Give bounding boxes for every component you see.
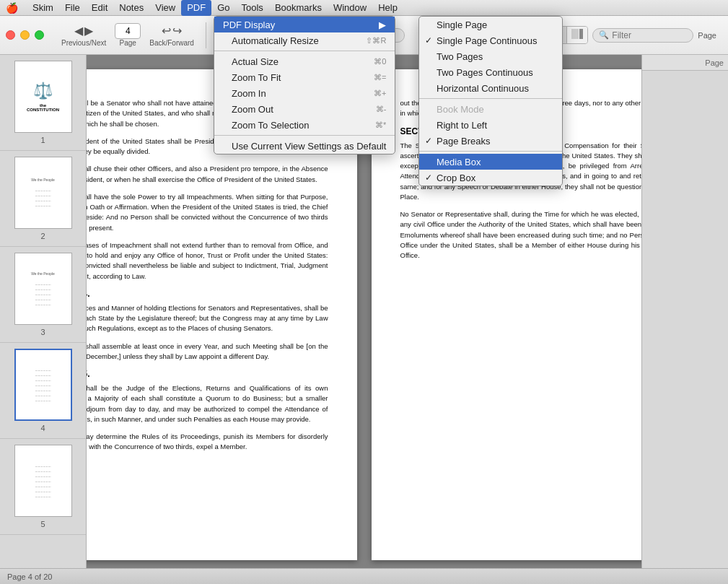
single-page-continuous-label: Single Page Continuous bbox=[437, 35, 538, 46]
thumb-image-1: ⚖️ theCONSTITUTION bbox=[14, 61, 72, 133]
book-mode-label: Book Mode bbox=[437, 104, 484, 115]
use-current-view-item[interactable]: Use Current View Settings as Default bbox=[214, 138, 395, 154]
right-to-left-label: Right to Left bbox=[437, 120, 487, 131]
pdf-display-label: PDF Display bbox=[223, 19, 275, 30]
pdf-right-para-3: No Senator or Representative shall, duri… bbox=[400, 209, 642, 261]
thumb-num-3: 3 bbox=[40, 328, 45, 336]
thumb-seal-1: ⚖️ bbox=[27, 82, 59, 100]
filter-icon: 🔍 bbox=[599, 30, 609, 40]
back-forward-button[interactable]: ↩ ↪ Back/Forward bbox=[144, 21, 200, 50]
right-panel-label: Page bbox=[705, 58, 724, 67]
page-col-label: Page bbox=[698, 31, 716, 40]
zoom-in-shortcut: ⌘+ bbox=[374, 89, 386, 98]
menubar-file[interactable]: File bbox=[59, 0, 86, 16]
thumb-num-1: 1 bbox=[40, 136, 45, 144]
two-pages-continuous-item[interactable]: Two Pages Continuous bbox=[419, 64, 562, 80]
prev-next-label: Previous/Next bbox=[61, 39, 106, 47]
menubar-go[interactable]: Go bbox=[211, 0, 235, 16]
page-breaks-label: Page Breaks bbox=[437, 136, 490, 147]
sidebar-thumb-4[interactable]: ................ ................ ......… bbox=[0, 343, 86, 439]
thumb-content-3: We the People ................ .........… bbox=[28, 269, 58, 310]
menu-sep-1 bbox=[214, 51, 395, 51]
actual-size-item[interactable]: Actual Size ⌘0 bbox=[214, 53, 395, 69]
submenu-sep-2 bbox=[419, 151, 562, 152]
horizontal-continuous-item[interactable]: Horizontal Continuous bbox=[419, 80, 562, 96]
traffic-lights bbox=[6, 30, 44, 40]
right-to-left-item[interactable]: Right to Left bbox=[419, 117, 562, 133]
menubar-notes[interactable]: Notes bbox=[113, 0, 149, 16]
crop-box-item[interactable]: ✓ Crop Box bbox=[419, 170, 562, 186]
pdf-section-5: SECTION. 5. bbox=[87, 369, 328, 379]
thumb-content-4: ................ ................ ......… bbox=[32, 365, 53, 406]
apple-menu[interactable]: 🍎 bbox=[6, 2, 18, 14]
minimize-button[interactable] bbox=[20, 30, 30, 40]
svg-rect-9 bbox=[571, 29, 579, 39]
close-button[interactable] bbox=[6, 30, 15, 40]
book-mode-item[interactable]: Book Mode bbox=[419, 101, 562, 117]
thumb-title-1: theCONSTITUTION bbox=[27, 103, 59, 112]
menubar-bookmarks[interactable]: Bookmarks bbox=[269, 0, 328, 16]
pdf-para-6: The Times, Places and Manner of holding … bbox=[87, 303, 328, 334]
menubar-tools[interactable]: Tools bbox=[236, 0, 269, 16]
menu-sep-2 bbox=[214, 135, 395, 136]
auto-resize-shortcut: ⇧⌘R bbox=[366, 36, 386, 45]
single-page-label: Single Page bbox=[437, 19, 487, 30]
fullscreen-button[interactable] bbox=[35, 30, 44, 40]
page-breaks-item[interactable]: ✓ Page Breaks bbox=[419, 133, 562, 149]
filter-input[interactable] bbox=[612, 30, 684, 40]
sidebar-thumb-3[interactable]: We the People ................ .........… bbox=[0, 247, 86, 343]
zoom-selection-label: Zoom To Selection bbox=[232, 120, 309, 131]
single-page-continuous-item[interactable]: ✓ Single Page Continuous bbox=[419, 32, 562, 48]
horizontal-continuous-label: Horizontal Continuous bbox=[437, 83, 529, 94]
prev-next-button[interactable]: ◀ ▶ Previous/Next bbox=[56, 21, 112, 50]
two-pages-item[interactable]: Two Pages bbox=[419, 48, 562, 64]
pdf-para-9: Each House may determine the Rules of it… bbox=[87, 432, 328, 453]
menubar-window[interactable]: Window bbox=[328, 0, 372, 16]
pdf-para-4: The Senate shall have the sole Power to … bbox=[87, 192, 328, 233]
sidebar-thumb-1[interactable]: ⚖️ theCONSTITUTION 1 bbox=[0, 55, 86, 151]
pdf-para-5: Judgment in Cases of Impeachment shall n… bbox=[87, 240, 328, 282]
pdf-display-menu-item[interactable]: PDF Display ▶ bbox=[214, 17, 395, 32]
statusbar: Page 4 of 20 bbox=[0, 568, 728, 584]
pdf-menu: PDF Display ▶ Automatically Resize ⇧⌘R A… bbox=[214, 16, 395, 154]
sidebar: ⚖️ theCONSTITUTION 1 We the People .....… bbox=[0, 55, 87, 568]
panel-btn-2[interactable] bbox=[566, 27, 587, 43]
menubar-view[interactable]: View bbox=[149, 0, 181, 16]
back-forward-label: Back/Forward bbox=[149, 39, 194, 47]
thumb-num-5: 5 bbox=[40, 520, 45, 528]
media-box-label: Media Box bbox=[437, 157, 481, 167]
pdf-para-7: The Congress shall assemble at least onc… bbox=[87, 341, 328, 362]
auto-resize-label: Automatically Resize bbox=[232, 35, 319, 46]
auto-resize-item[interactable]: Automatically Resize ⇧⌘R bbox=[214, 32, 395, 48]
menubar-skim[interactable]: Skim bbox=[27, 0, 59, 16]
zoom-selection-item[interactable]: Zoom To Selection ⌘* bbox=[214, 117, 395, 133]
sidebar-thumb-5[interactable]: ................ ................ ......… bbox=[0, 439, 86, 535]
crop-box-label: Crop Box bbox=[437, 173, 475, 183]
actual-size-shortcut: ⌘0 bbox=[374, 57, 386, 66]
submenu-arrow-icon: ▶ bbox=[379, 19, 386, 30]
sidebar-thumb-2[interactable]: We the People ................ .........… bbox=[0, 151, 86, 247]
two-pages-label: Two Pages bbox=[437, 51, 483, 62]
thumb-content-2: We the People ................ .........… bbox=[28, 175, 58, 211]
thumb-num-4: 4 bbox=[40, 424, 45, 432]
page-input[interactable] bbox=[115, 23, 141, 39]
menubar-pdf[interactable]: PDF bbox=[181, 0, 211, 16]
media-box-item[interactable]: Media Box bbox=[419, 154, 562, 170]
actual-size-label: Actual Size bbox=[232, 56, 279, 67]
zoom-out-shortcut: ⌘- bbox=[376, 105, 387, 114]
filter-box[interactable]: 🔍 bbox=[592, 28, 693, 43]
zoom-fit-shortcut: ⌘= bbox=[374, 73, 386, 82]
pdf-display-submenu: Single Page ✓ Single Page Continuous Two… bbox=[418, 16, 563, 186]
zoom-in-item[interactable]: Zoom In ⌘+ bbox=[214, 85, 395, 101]
zoom-in-label: Zoom In bbox=[232, 88, 266, 99]
zoom-fit-item[interactable]: Zoom To Fit ⌘= bbox=[214, 69, 395, 85]
use-current-view-label: Use Current View Settings as Default bbox=[232, 141, 386, 152]
menubar: 🍎 Skim File Edit Notes View PDF Go Tools… bbox=[0, 0, 728, 16]
thumb-image-3: We the People ................ .........… bbox=[14, 253, 72, 325]
single-page-item[interactable]: Single Page bbox=[419, 17, 562, 32]
menubar-edit[interactable]: Edit bbox=[86, 0, 113, 16]
zoom-out-item[interactable]: Zoom Out ⌘- bbox=[214, 101, 395, 117]
menubar-help[interactable]: Help bbox=[372, 0, 403, 16]
two-pages-continuous-label: Two Pages Continuous bbox=[437, 67, 533, 78]
svg-rect-10 bbox=[579, 29, 583, 39]
